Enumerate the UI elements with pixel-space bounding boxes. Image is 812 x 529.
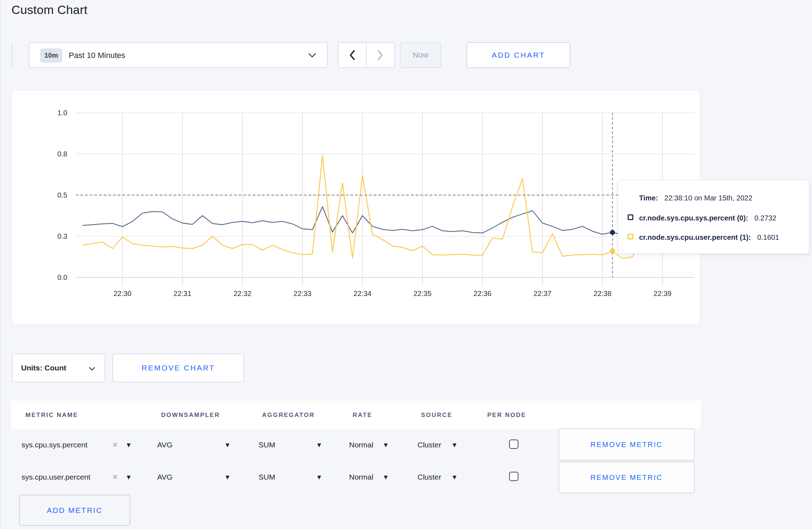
chart-hover-tooltip: Time: 22:38:10 on Mar 15th, 2022 cr.node… (618, 180, 809, 254)
metric-dropdown-caret-icon[interactable]: ▼ (127, 442, 131, 448)
x-tick-label: 22:32 (233, 290, 251, 297)
tooltip-time-row: Time: 22:38:10 on Mar 15th, 2022 (639, 194, 752, 202)
tooltip-user-value: 0.1601 (757, 233, 779, 241)
tooltip-sys-value: 0.2732 (754, 214, 776, 222)
metric-name-value[interactable]: sys.cpu.user.percent (21, 473, 91, 481)
x-tick-label: 22:36 (474, 290, 492, 297)
toolbar-divider (12, 43, 13, 68)
now-button[interactable]: Now (400, 42, 441, 68)
y-tick-label: 0.5 (57, 191, 67, 199)
chevron-right-icon (377, 50, 383, 60)
aggregator-caret-icon[interactable]: ▼ (317, 474, 321, 480)
x-tick-label: 22:33 (294, 290, 311, 297)
col-header-metric-name: METRIC NAME (25, 412, 78, 419)
x-tick-label: 22:35 (414, 290, 431, 297)
time-range-label: Past 10 Minutes (69, 51, 125, 60)
add-metric-button[interactable]: ADD METRIC (19, 495, 130, 526)
chevron-left-icon (349, 50, 356, 60)
x-tick-label: 22:39 (653, 290, 671, 297)
col-header-downsampler: DOWNSAMPLER (161, 412, 220, 419)
source-caret-icon[interactable]: ▼ (453, 474, 456, 480)
remove-metric-button[interactable]: REMOVE METRIC (559, 462, 695, 493)
source-value[interactable]: Cluster (417, 473, 441, 481)
col-header-aggregator: AGGREGATOR (262, 412, 315, 419)
series-line-sys (82, 207, 662, 235)
time-step-group (338, 42, 395, 68)
metric-dropdown-caret-icon[interactable]: ▼ (127, 474, 131, 480)
rate-value[interactable]: Normal (349, 473, 373, 481)
x-tick-label: 22:31 (174, 290, 192, 297)
tooltip-series-row: cr.node.sys.cpu.user.percent (1): 0.1601 (639, 233, 779, 242)
rate-caret-icon[interactable]: ▼ (384, 442, 388, 448)
per-node-checkbox[interactable] (509, 440, 518, 449)
downsampler-caret-icon[interactable]: ▼ (226, 474, 229, 480)
aggregator-value[interactable]: SUM (258, 473, 275, 481)
rate-value[interactable]: Normal (349, 441, 373, 449)
prev-time-button[interactable] (339, 43, 367, 67)
x-tick-label: 22:37 (533, 290, 551, 297)
chevron-down-icon (308, 53, 316, 59)
series-line-user (82, 156, 662, 258)
units-select[interactable]: Units: Count (12, 354, 105, 382)
page-title: Custom Chart (11, 3, 87, 17)
tooltip-time-label: Time: (639, 194, 658, 202)
crosshair-dot-sys (610, 230, 615, 235)
rate-caret-icon[interactable]: ▼ (384, 474, 388, 480)
y-tick-label: 0.3 (57, 232, 67, 240)
time-range-badge: 10m (40, 48, 62, 63)
next-time-button[interactable] (367, 43, 395, 67)
per-node-checkbox[interactable] (509, 472, 518, 481)
y-tick-label: 0.0 (57, 273, 67, 281)
tooltip-series-row: cr.node.sys.cpu.sys.percent (0): 0.2732 (639, 214, 776, 222)
time-range-select[interactable]: 10m Past 10 Minutes (29, 42, 328, 68)
add-chart-button[interactable]: ADD CHART (467, 42, 570, 68)
downsampler-value[interactable]: AVG (157, 473, 173, 481)
x-tick-label: 22:30 (113, 290, 131, 297)
tooltip-sys-label: cr.node.sys.cpu.sys.percent (0): (639, 214, 748, 222)
x-tick-label: 22:34 (353, 290, 371, 297)
remove-chart-button[interactable]: REMOVE CHART (112, 354, 244, 382)
x-tick-label: 22:38 (594, 290, 612, 297)
series-user-swatch-icon (628, 234, 633, 239)
col-header-rate: RATE (353, 412, 372, 419)
downsampler-caret-icon[interactable]: ▼ (226, 442, 229, 448)
clear-metric-icon[interactable]: × (112, 471, 118, 482)
units-label: Units: Count (21, 364, 66, 372)
col-header-source: SOURCE (421, 412, 453, 419)
source-value[interactable]: Cluster (417, 441, 441, 449)
metric-name-value[interactable]: sys.cpu.sys.percent (21, 441, 87, 449)
downsampler-value[interactable]: AVG (157, 441, 173, 449)
y-tick-label: 0.8 (57, 150, 67, 158)
source-caret-icon[interactable]: ▼ (453, 442, 456, 448)
y-tick-label: 1.0 (57, 109, 67, 117)
tooltip-time-value: 22:38:10 on Mar 15th, 2022 (664, 194, 753, 202)
chevron-down-icon (89, 366, 95, 373)
clear-metric-icon[interactable]: × (112, 439, 118, 450)
remove-metric-button[interactable]: REMOVE METRIC (559, 428, 695, 461)
tooltip-user-label: cr.node.sys.cpu.user.percent (1): (639, 233, 751, 241)
series-sys-swatch-icon (628, 214, 633, 220)
aggregator-value[interactable]: SUM (258, 441, 275, 449)
chart-canvas[interactable]: 0.00.30.50.81.022:3022:3122:3222:3322:34… (11, 90, 700, 325)
aggregator-caret-icon[interactable]: ▼ (317, 442, 321, 448)
col-header-per-node: PER NODE (487, 412, 526, 419)
crosshair-dot-user (610, 248, 615, 253)
